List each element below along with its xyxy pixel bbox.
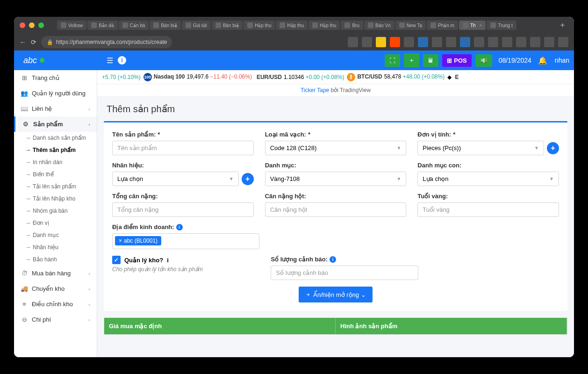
sidebar-item[interactable]: ⚙Sản phẩm‹ [14,116,97,132]
sidebar-subitem[interactable]: → Tải lên sản phẩm [14,180,97,193]
quan-ly-kho-checkbox[interactable]: ✓ Quản lý kho? i [112,256,259,264]
info-icon[interactable]: i [167,257,169,264]
ext-icon[interactable] [362,37,372,47]
browser-tab[interactable]: Th× [459,21,486,30]
ext-icon[interactable] [460,37,470,47]
sidebar-item[interactable]: 📖Liên hệ‹ [14,101,97,116]
ten-sp-input[interactable] [112,141,254,155]
ext-icon[interactable] [516,37,526,47]
danh-muc-select[interactable]: Vàng-7108▼ [265,172,407,186]
sidebar-item[interactable]: ⊖Chi phí‹ [14,312,97,327]
sl-canh-bao-input[interactable] [271,266,418,280]
sidebar-subitem[interactable]: → Đơn vị [14,217,97,229]
ext-icon[interactable] [348,37,358,47]
sidebar-subitem[interactable]: → Nhãn hiệu [14,241,97,253]
sidebar-item[interactable]: ⊞Trang chủ [14,70,97,86]
ext-icon[interactable] [530,37,540,47]
browser-tab[interactable]: Bru [341,21,363,30]
loai-ma-select[interactable]: Code 128 (C128)▼ [265,141,407,155]
close-icon[interactable]: × [480,23,482,28]
ext-icon[interactable] [404,37,414,47]
chevron-icon: ‹ [88,286,90,292]
info-icon[interactable]: i [330,256,336,263]
sidebar-subitem[interactable]: → Danh mục [14,229,97,241]
nhan-hieu-select[interactable]: Lựa chọn▼ [112,172,239,186]
ext-icon[interactable] [558,37,568,47]
sidebar-subitem[interactable]: → Danh sách sản phẩm [14,132,97,144]
dia-diem-tagbox[interactable]: × abc (BL0001) [112,233,259,249]
close-window[interactable] [20,22,25,28]
browser-tab[interactable]: Trung t [487,21,516,30]
browser-tab[interactable]: Báo Vn [364,21,394,30]
ext-icon[interactable] [446,37,456,47]
ticker-item[interactable]: 100Nasdaq 10019,497.6 −11.40 (−0.06%) [143,73,252,81]
cash-button[interactable]: 💵 [475,54,492,67]
browser-tab[interactable]: Hộp thu [244,21,275,30]
don-vi-select[interactable]: Pieces (Pc(s))▼ [417,141,544,155]
minimize-window[interactable] [29,22,35,28]
sidebar-subitem[interactable]: → Thêm sản phẩm [14,144,97,156]
ticker-change: −11.40 (−0.06%) [210,73,252,80]
browser-tab[interactable]: Bán biệ [150,21,180,30]
ext-icon[interactable] [474,37,484,47]
sidebar-subitem[interactable]: → In nhãn dán [14,156,97,168]
address-bar[interactable]: 🔒 https://phanmemvangta.com/products/cre… [41,36,172,48]
maximize-window[interactable] [38,22,44,28]
sidebar-item-label: Liên hệ [32,105,52,112]
sidebar-icon: 📖 [21,105,28,112]
danh-muc-con-select[interactable]: Lựa chọn▼ [417,172,559,186]
sidebar-item[interactable]: 👥Quản lý người dùng [14,86,97,101]
browser-tab[interactable]: Cần bá [119,21,149,30]
ticker-link[interactable]: Ticker Tape [301,87,329,94]
ext-icon[interactable] [418,37,428,47]
browser-tab[interactable]: Volksw [57,21,86,30]
back-button[interactable]: ← [20,38,26,46]
ticker-change: +48.00 (+0.08%) [403,73,445,80]
browser-tab[interactable]: Phần m [427,21,458,30]
ticker-item[interactable]: ₿BTC/USD58,478 +48.00 (+0.08%) [347,73,445,81]
sidebar-subitem[interactable]: → Tải lên Nhập kho [14,193,97,205]
remove-icon[interactable]: × [119,237,122,244]
fullscreen-button[interactable]: ⛶ [385,54,400,67]
sidebar-item[interactable]: ≡Điều chỉnh kho‹ [14,296,97,312]
pos-button[interactable]: ⊞ POS [442,54,471,67]
browser-tab[interactable]: Bán biệ [212,21,243,30]
browser-tab[interactable]: Hộp thu [276,21,307,30]
add-unit-button[interactable]: + [547,142,559,154]
browser-tab[interactable]: Hộp thu [308,21,340,30]
ticker-item[interactable]: ◆ E [447,74,460,80]
ext-icon[interactable] [390,37,400,47]
tuoi-vang-input[interactable] [417,202,559,217]
ext-icon[interactable] [502,37,512,47]
ticker-item[interactable]: +5.70 (+0.10%) [102,74,141,80]
expand-toggle-button[interactable]: ＋ Ẩn/hiện mở rộng ⌄ [299,287,373,302]
sidebar-item[interactable]: 🚚Chuyển kho‹ [14,281,97,296]
add-brand-button[interactable]: + [242,173,254,185]
header-user[interactable]: nhan [555,57,569,64]
ext-icon[interactable] [376,37,386,47]
ext-icon[interactable] [488,37,498,47]
bell-icon[interactable]: 🔔 [538,56,547,65]
browser-tab[interactable]: Giá tốt [182,21,211,30]
app-logo[interactable]: abc [14,50,97,70]
sidebar-subitem[interactable]: → Nhóm giá bán [14,205,97,217]
sidebar-subitem[interactable]: → Bảo hành [14,253,97,266]
ticker-item[interactable]: EUR/USD1.10346 +0.00 (+0.08%) [255,74,344,80]
calculator-button[interactable]: 🖩 [423,54,438,67]
location-tag[interactable]: × abc (BL0001) [115,236,161,245]
sidebar-subitem[interactable]: → Biến thể [14,168,97,180]
tong-can-input[interactable] [112,202,254,217]
can-hot-input[interactable] [265,202,407,217]
browser-tab[interactable]: Bản đồ [87,21,118,30]
sidebar-item[interactable]: ⏱Mua bán hàng‹ [14,266,97,281]
ext-icon[interactable] [544,37,554,47]
info-icon[interactable]: i [118,56,126,65]
chevron-down-icon: ▼ [534,145,539,151]
new-tab-button[interactable]: + [557,19,568,31]
browser-tab[interactable]: New Ta [395,21,426,30]
info-icon[interactable]: i [176,224,183,230]
reload-button[interactable]: ⟳ [31,38,36,46]
ext-icon[interactable] [432,37,442,47]
menu-toggle-icon[interactable]: ☰ [107,56,113,65]
add-button[interactable]: ＋ [404,53,419,67]
